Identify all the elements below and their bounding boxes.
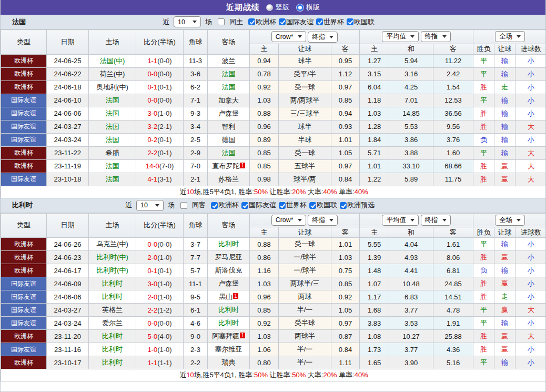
away-team-cell[interactable]: 比利时 bbox=[208, 238, 250, 251]
competition-filter[interactable]: 欧洲杯 bbox=[248, 17, 276, 27]
competition-checkbox[interactable] bbox=[279, 18, 286, 25]
away-team-cell[interactable]: 阿塞拜疆1 bbox=[208, 330, 250, 343]
home-team-cell[interactable]: 奥地利(中) bbox=[89, 81, 136, 94]
competition-filter[interactable]: 欧国联 bbox=[309, 200, 337, 210]
horizontal-layout-option[interactable]: 横版 bbox=[297, 3, 320, 12]
competition-checkbox-label[interactable]: 国际友谊 bbox=[249, 200, 276, 210]
home-team-cell[interactable]: 希腊 bbox=[89, 146, 136, 159]
bookmaker-select[interactable]: Crow* bbox=[271, 215, 306, 226]
home-team-cell[interactable]: 比利时(中) bbox=[89, 251, 136, 264]
home-team-cell[interactable]: 法国 bbox=[89, 173, 136, 186]
away-team-cell[interactable]: 比利时 bbox=[208, 317, 250, 330]
average-select[interactable]: 平均值 bbox=[382, 215, 419, 226]
away-team-cell[interactable]: 直布罗陀1 bbox=[208, 159, 250, 173]
home-team-cell[interactable]: 比利时 bbox=[89, 356, 136, 369]
home-team-cell[interactable]: 比利时 bbox=[89, 290, 136, 304]
away-team-cell[interactable]: 比利时 bbox=[208, 304, 250, 317]
competition-filter[interactable]: 世界杯 bbox=[316, 17, 344, 27]
same-venue-label[interactable]: 同客 bbox=[192, 200, 206, 210]
home-team-cell[interactable]: 法国 bbox=[89, 133, 136, 146]
competition-filter[interactable]: 欧国联 bbox=[347, 17, 375, 27]
result-handicap: 输 bbox=[494, 133, 515, 146]
away-team-cell[interactable]: 苏格兰 bbox=[208, 173, 250, 186]
competition-checkbox-label[interactable]: 国际友谊 bbox=[286, 17, 314, 27]
competition-checkbox[interactable] bbox=[340, 202, 347, 209]
horizontal-layout-radio[interactable] bbox=[297, 4, 304, 11]
match-count-select[interactable]: 10 bbox=[136, 200, 164, 211]
horizontal-layout-label[interactable]: 横版 bbox=[306, 3, 320, 12]
handicap-line: 一/球半 bbox=[279, 264, 331, 277]
competition-checkbox-label[interactable]: 世界杯 bbox=[286, 200, 307, 210]
competition-checkbox[interactable] bbox=[211, 202, 218, 209]
home-team-cell[interactable]: 比利时 bbox=[89, 330, 136, 343]
competition-checkbox[interactable] bbox=[248, 18, 255, 25]
competition-filter[interactable]: 欧洲杯 bbox=[211, 200, 239, 210]
odds-stage-select[interactable]: 终指 bbox=[308, 32, 338, 43]
away-team-cell[interactable]: 法国 bbox=[208, 146, 250, 159]
same-venue-checkbox[interactable] bbox=[218, 18, 225, 25]
away-team-cell[interactable]: 法国 bbox=[208, 81, 250, 94]
odds-stage-select[interactable]: 终指 bbox=[308, 215, 338, 226]
away-team-cell[interactable]: 罗马尼亚 bbox=[208, 251, 250, 264]
competition-checkbox-label[interactable]: 欧国联 bbox=[317, 200, 337, 210]
vertical-layout-label[interactable]: 竖版 bbox=[276, 3, 289, 12]
avg-stage-select[interactable]: 终指 bbox=[421, 215, 451, 226]
result-outcome: 胜 bbox=[473, 290, 494, 304]
home-team-cell[interactable]: 比利时 bbox=[89, 343, 136, 356]
away-team-cell[interactable]: 卢森堡 bbox=[208, 107, 250, 120]
competition-filter[interactable]: 欧洲预选 bbox=[340, 200, 375, 210]
away-team-cell[interactable]: 智利 bbox=[208, 120, 250, 133]
competition-checkbox-label[interactable]: 欧洲杯 bbox=[218, 200, 239, 210]
competition-filter[interactable]: 国际友谊 bbox=[279, 17, 314, 27]
competition-checkbox-label[interactable]: 世界杯 bbox=[323, 17, 344, 27]
home-team-cell[interactable]: 比利时 bbox=[89, 277, 136, 290]
competition-filter[interactable]: 世界杯 bbox=[279, 200, 307, 210]
vertical-layout-option[interactable]: 竖版 bbox=[266, 3, 289, 12]
competition-checkbox[interactable] bbox=[241, 202, 248, 209]
corner-cell: 2-1 bbox=[184, 173, 208, 186]
average-select[interactable]: 平均值 bbox=[382, 31, 419, 42]
bookmaker-select[interactable]: Crow* bbox=[271, 31, 306, 42]
home-team-cell[interactable]: 法国 bbox=[89, 120, 136, 133]
away-team-cell[interactable]: 塞尔维亚 bbox=[208, 343, 250, 356]
away-team-cell[interactable]: 德国 bbox=[208, 133, 250, 146]
competition-checkbox[interactable] bbox=[309, 202, 316, 209]
home-team-cell[interactable]: 比利时(中) bbox=[89, 264, 136, 277]
competition-filter[interactable]: 国际友谊 bbox=[241, 200, 276, 210]
away-team-cell[interactable]: 加拿大 bbox=[208, 94, 250, 107]
same-venue-label[interactable]: 同主 bbox=[229, 17, 243, 27]
vertical-layout-radio[interactable] bbox=[266, 4, 273, 11]
result-outcome: 胜 bbox=[473, 107, 494, 120]
home-team-cell[interactable]: 法国 bbox=[89, 107, 136, 120]
away-team-cell[interactable]: 斯洛伐克 bbox=[208, 264, 250, 277]
away-team-cell[interactable]: 卢森堡 bbox=[208, 277, 250, 290]
home-team-cell[interactable]: 法国 bbox=[89, 159, 136, 173]
away-team-cell[interactable]: 黑山1 bbox=[208, 290, 250, 304]
competition-checkbox[interactable] bbox=[347, 18, 353, 25]
result-goals: 小 bbox=[515, 54, 546, 67]
home-team-cell[interactable]: 法国 bbox=[89, 94, 136, 107]
competition-checkbox[interactable] bbox=[279, 202, 286, 209]
scope-select[interactable]: 全场 bbox=[495, 215, 525, 226]
home-team-cell[interactable]: 爱尔兰 bbox=[89, 317, 136, 330]
match-row: 欧洲杯23-11-22希腊2-2(0-1)2-9法国0.85受一球1.055.7… bbox=[1, 146, 546, 159]
match-count-select[interactable]: 10 bbox=[174, 16, 201, 27]
away-team-cell[interactable]: 波兰 bbox=[208, 54, 250, 67]
away-team-cell[interactable]: 瑞典 bbox=[208, 356, 250, 369]
home-team-cell[interactable]: 乌克兰(中) bbox=[89, 238, 136, 251]
competition-checkbox-label[interactable]: 欧洲预选 bbox=[347, 200, 375, 210]
competition-checkbox-label[interactable]: 欧洲杯 bbox=[256, 17, 276, 27]
avg-stage-select[interactable]: 终指 bbox=[421, 31, 451, 42]
result-goals: 小 bbox=[515, 251, 546, 264]
away-team-cell[interactable]: 法国 bbox=[208, 67, 250, 81]
avg-away-odds: 4.36 bbox=[433, 343, 473, 356]
match-row: 国际友谊24-06-06法国3-0(1-0)9-3卢森堡0.88三/三球半0.9… bbox=[1, 107, 546, 120]
competition-checkbox-label[interactable]: 欧国联 bbox=[354, 17, 375, 27]
competition-checkbox[interactable] bbox=[316, 18, 323, 25]
avg-home-odds: 1.65 bbox=[360, 356, 389, 369]
same-venue-checkbox[interactable] bbox=[180, 202, 187, 209]
home-team-cell[interactable]: 荷兰(中) bbox=[89, 67, 136, 81]
scope-select[interactable]: 全场 bbox=[495, 31, 525, 42]
home-team-cell[interactable]: 英格兰 bbox=[89, 304, 136, 317]
home-team-cell[interactable]: 法国(中) bbox=[89, 54, 136, 67]
